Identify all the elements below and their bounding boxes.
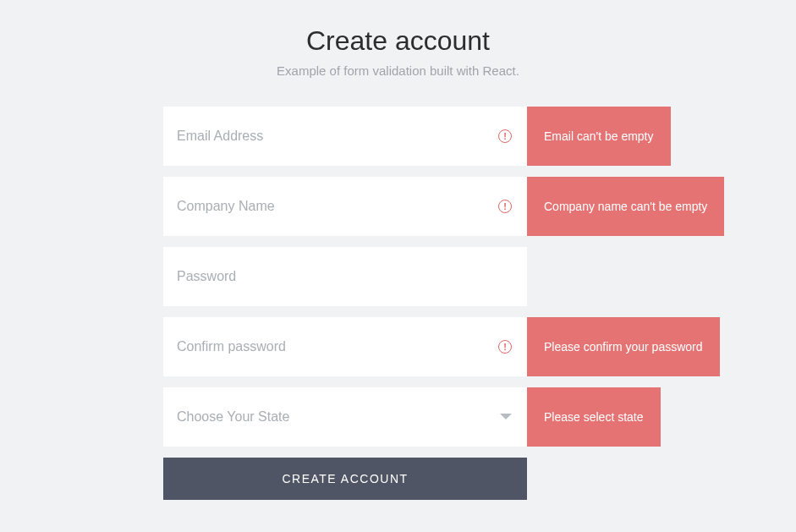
company-input-container [163, 177, 527, 236]
company-error-message: Company name can't be empty [527, 177, 724, 236]
confirm-password-input-container [163, 317, 527, 376]
chevron-down-icon [500, 414, 512, 420]
password-input-container [163, 247, 527, 306]
password-input[interactable] [163, 247, 527, 306]
confirm-password-row: Please confirm your password [163, 317, 796, 376]
state-select[interactable]: Choose Your State [163, 387, 527, 447]
email-input[interactable] [163, 107, 527, 166]
create-account-button[interactable]: CREATE ACCOUNT [163, 458, 527, 500]
confirm-password-input[interactable] [163, 317, 527, 376]
company-input[interactable] [163, 177, 527, 236]
error-icon [498, 129, 512, 143]
email-error-message: Email can't be empty [527, 107, 671, 166]
signup-form: Email can't be empty Company name can't … [163, 107, 796, 500]
confirm-password-error-message: Please confirm your password [527, 317, 720, 376]
page-title: Create account [0, 25, 796, 57]
error-icon [498, 200, 512, 213]
state-error-message: Please select state [527, 387, 661, 447]
state-row: Choose Your State Please select state [163, 387, 796, 447]
state-select-container[interactable]: Choose Your State [163, 387, 527, 447]
email-input-container [163, 107, 527, 166]
page-subtitle: Example of form validation built with Re… [0, 63, 796, 78]
company-row: Company name can't be empty [163, 177, 796, 236]
email-row: Email can't be empty [163, 107, 796, 166]
password-row [163, 247, 796, 306]
form-header: Create account Example of form validatio… [0, 25, 796, 78]
submit-row: CREATE ACCOUNT [163, 458, 796, 500]
error-icon [498, 340, 512, 354]
